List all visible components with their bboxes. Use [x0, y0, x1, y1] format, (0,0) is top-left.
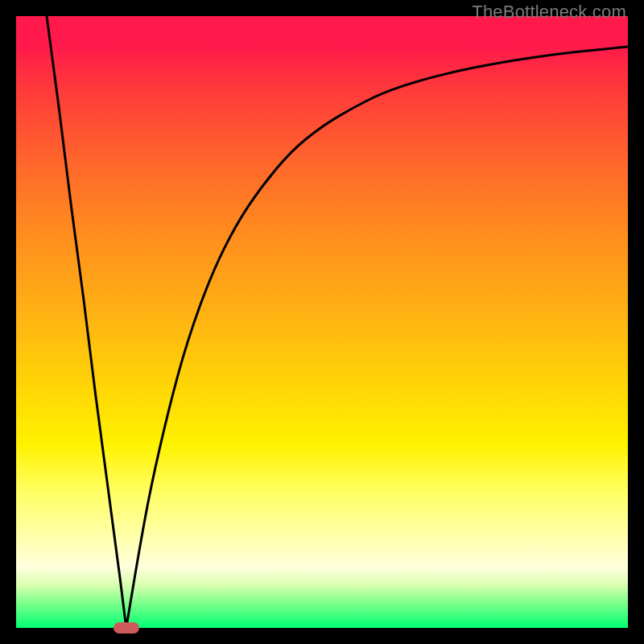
curve-svg [16, 16, 628, 628]
optimum-marker [114, 622, 139, 634]
chart-frame: TheBottleneck.com [0, 0, 644, 644]
bottleneck-curve-path [47, 16, 628, 628]
watermark-text: TheBottleneck.com [472, 2, 626, 23]
plot-area [16, 16, 628, 628]
